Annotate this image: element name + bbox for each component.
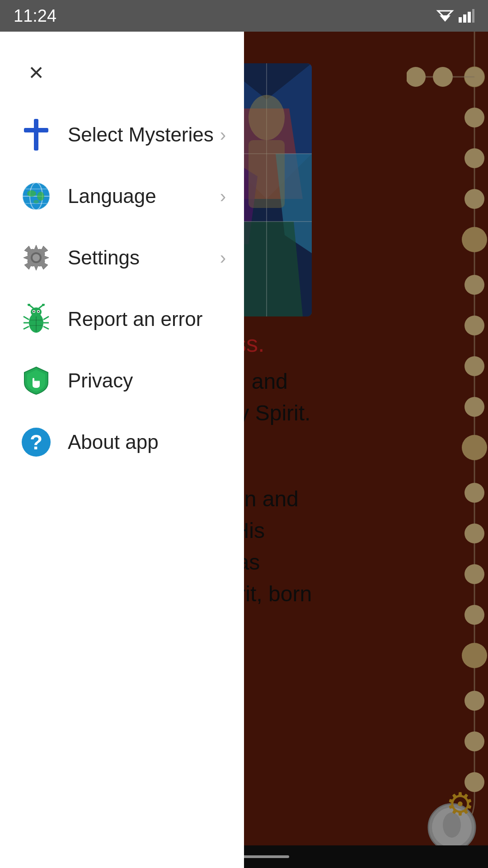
svg-rect-2 (459, 17, 462, 23)
select-mysteries-label: Select Mysteries (68, 123, 220, 146)
svg-point-57 (33, 200, 39, 203)
menu-list: Select Mysteries › Language (0, 104, 244, 473)
menu-item-privacy[interactable]: Privacy (0, 350, 244, 411)
signal-icon (459, 9, 474, 23)
bug-icon-wrapper (18, 301, 54, 337)
language-chevron: › (220, 186, 226, 207)
svg-line-74 (43, 316, 49, 320)
menu-drawer: × Select Mysteries › (0, 32, 244, 868)
globe-icon-wrapper (18, 178, 54, 214)
settings-chevron: › (220, 248, 226, 268)
svg-point-70 (38, 311, 39, 312)
status-bar: 11:24 (0, 0, 488, 32)
cross-icon-wrapper (18, 117, 54, 153)
settings-label: Settings (68, 246, 220, 269)
menu-item-language[interactable]: Language › (0, 165, 244, 227)
svg-line-71 (23, 316, 29, 320)
svg-point-62 (31, 307, 42, 316)
wifi-icon (436, 9, 454, 23)
info-icon-wrapper: ? (18, 424, 54, 460)
info-circle-icon: ? (22, 428, 51, 457)
settings-icon-wrapper (18, 240, 54, 276)
menu-item-about-app[interactable]: ? About app (0, 411, 244, 473)
svg-rect-4 (468, 12, 471, 23)
status-icons (436, 9, 474, 23)
menu-item-settings[interactable]: Settings › (0, 227, 244, 288)
svg-line-76 (43, 326, 49, 329)
menu-item-report-error[interactable]: Report an error (0, 288, 244, 350)
svg-point-55 (27, 190, 36, 197)
cross-icon (24, 119, 48, 151)
svg-point-56 (37, 192, 44, 201)
svg-rect-5 (472, 9, 474, 23)
shield-icon (23, 365, 50, 396)
close-icon: × (29, 60, 44, 85)
settings-icon (22, 243, 51, 272)
globe-icon (22, 182, 51, 211)
svg-point-69 (33, 311, 35, 312)
report-error-label: Report an error (68, 308, 226, 330)
shield-icon-wrapper (18, 363, 54, 399)
svg-line-73 (23, 326, 29, 329)
select-mysteries-chevron: › (220, 125, 226, 145)
svg-rect-48 (24, 128, 48, 132)
language-label: Language (68, 185, 220, 208)
svg-rect-3 (463, 14, 466, 23)
privacy-label: Privacy (68, 369, 226, 392)
bug-icon (23, 304, 50, 335)
close-button[interactable]: × (18, 54, 54, 90)
menu-item-select-mysteries[interactable]: Select Mysteries › (0, 104, 244, 165)
svg-point-60 (33, 254, 40, 261)
about-app-label: About app (68, 431, 226, 453)
status-time: 11:24 (14, 6, 56, 26)
svg-rect-47 (34, 119, 38, 151)
